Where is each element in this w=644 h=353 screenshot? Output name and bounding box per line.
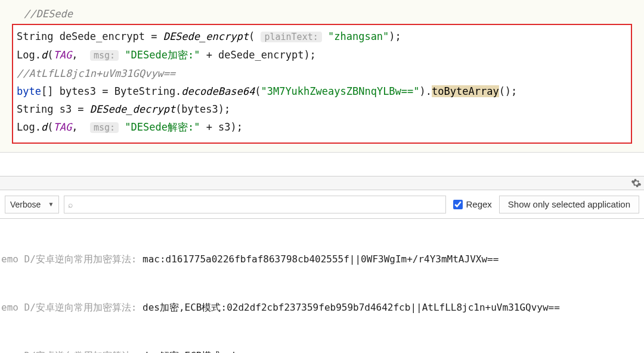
inline-hint: msg: bbox=[90, 122, 119, 133]
code-editor-pane[interactable]: //DESede String deSede_encrypt = DESede_… bbox=[0, 0, 644, 152]
code-line: byte[] bytes3 = ByteString.decodeBase64(… bbox=[17, 82, 627, 100]
code-comment: //AtLfLL8jc1n+uVm31GQvyw== bbox=[17, 64, 627, 82]
search-input-wrapper[interactable]: ⌕ bbox=[64, 196, 445, 213]
code-comment: //DESede bbox=[12, 5, 632, 23]
code-line: String deSede_encrypt = DESede_encrypt( … bbox=[17, 27, 627, 46]
inline-hint: msg: bbox=[90, 50, 119, 61]
log-line: emo D/安卓逆向常用加密算法: des解密,ECB模式:zhangsan bbox=[1, 348, 644, 353]
search-icon: ⌕ bbox=[68, 200, 73, 209]
log-level-select[interactable]: Verbose ▼ bbox=[5, 196, 59, 213]
panel-gap bbox=[0, 152, 644, 176]
logcat-toolbar bbox=[0, 176, 644, 190]
regex-toggle[interactable]: Regex bbox=[451, 199, 494, 209]
app-filter-select[interactable]: Show only selected application bbox=[499, 196, 639, 213]
gear-icon[interactable] bbox=[631, 178, 642, 188]
search-input[interactable] bbox=[76, 200, 441, 209]
regex-label: Regex bbox=[466, 199, 492, 209]
log-line: emo D/安卓逆向常用加密算法: mac:d161775a0226fbfaf8… bbox=[1, 251, 644, 267]
app-filter-label: Show only selected application bbox=[508, 199, 630, 209]
code-line: Log.d(TAG, msg: "DESede解密:" + s3); bbox=[17, 118, 627, 137]
code-line: Log.d(TAG, msg: "DESede加密:" + deSede_enc… bbox=[17, 46, 627, 64]
log-level-label: Verbose bbox=[10, 200, 41, 209]
logcat-output[interactable]: emo D/安卓逆向常用加密算法: mac:d161775a0226fbfaf8… bbox=[0, 219, 644, 353]
log-line: emo D/安卓逆向常用加密算法: des加密,ECB模式:02d2df2cbf… bbox=[1, 299, 644, 315]
chevron-down-icon: ▼ bbox=[48, 201, 54, 208]
inline-hint: plainText: bbox=[261, 32, 321, 42]
regex-checkbox[interactable] bbox=[453, 200, 463, 209]
logcat-filter-bar: Verbose ▼ ⌕ Regex Show only selected app… bbox=[0, 190, 644, 219]
code-line: String s3 = DESede_decrypt(bytes3); bbox=[17, 100, 627, 118]
code-highlight-box: String deSede_encrypt = DESede_encrypt( … bbox=[12, 24, 632, 144]
